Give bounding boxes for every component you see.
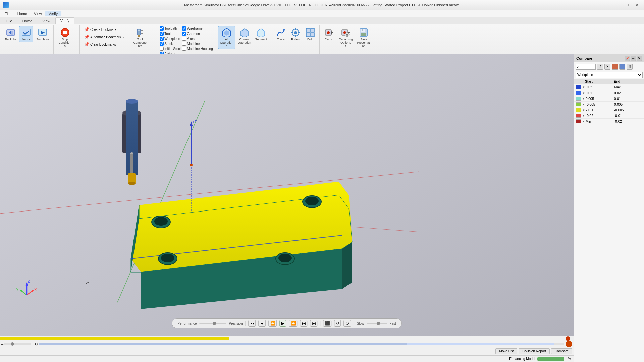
menu-home[interactable]: Home (14, 11, 31, 16)
move-list-button[interactable]: Move List (495, 348, 517, 354)
panel-close-button[interactable]: ✕ (637, 56, 642, 61)
cb-axes[interactable] (182, 37, 186, 41)
cb-machine-housing[interactable] (182, 47, 186, 51)
speed-slider[interactable] (367, 323, 387, 324)
cb-tool[interactable] (160, 32, 164, 36)
row-start-value: 0.02 (586, 85, 614, 89)
compare-color1-button[interactable] (612, 64, 618, 70)
row-chevron[interactable]: ▼ (582, 103, 585, 106)
cb-machine-housing-row[interactable]: Machine Housing (182, 46, 213, 51)
svg-point-33 (327, 31, 330, 34)
svg-point-58 (161, 254, 174, 262)
row-chevron[interactable]: ▼ (582, 120, 585, 123)
row-chevron[interactable]: ▼ (582, 109, 585, 112)
compare-dropdown-select[interactable]: Workpiece Stock Fixtures (576, 72, 643, 78)
follow-button[interactable]: Follow (288, 26, 303, 42)
trace-label: Trace (277, 38, 285, 41)
cb-workpiece-row[interactable]: Workpiece (160, 36, 181, 41)
cb-tool-row[interactable]: Tool (160, 31, 181, 36)
stop-conditions-button[interactable]: StopConditions (56, 26, 74, 49)
skip-end-button[interactable]: ⏭ (300, 320, 308, 327)
reset-button[interactable]: ↺ (334, 320, 341, 327)
tab-file[interactable]: File (1, 18, 17, 24)
cb-machine-row[interactable]: Machine (182, 41, 213, 46)
step-tool-button[interactable]: ⬛ (323, 320, 332, 327)
cb-workpiece-label: Workpiece (164, 37, 180, 41)
cb-machine-label: Machine (187, 42, 200, 46)
clear-bookmarks-button[interactable]: 📌 Clear Bookmarks (83, 41, 126, 48)
skip-start-button[interactable]: ⏮ (249, 320, 256, 327)
cb-gnomon-row[interactable]: Gnomon (182, 31, 213, 36)
viewport[interactable]: +Z X Y Z -Y Performance (0, 54, 574, 362)
cb-stock[interactable] (160, 42, 164, 46)
cb-stock-row[interactable]: Stock (160, 41, 181, 46)
trace-button[interactable]: Trace (274, 26, 288, 42)
tab-view[interactable]: View (37, 18, 55, 24)
cb-initial-stock-row[interactable]: Initial Stock (160, 46, 181, 51)
row-chevron[interactable]: ▼ (582, 86, 585, 89)
menu-view[interactable]: View (31, 11, 45, 16)
neg-y-label: -Y (86, 281, 89, 285)
row-start-value: 0.01 (586, 91, 614, 95)
save-presentation-label: SavePresentation (357, 38, 371, 48)
cb-toolpath-row[interactable]: Toolpath (160, 26, 181, 31)
automatic-bookmark-button[interactable]: 📌 Automatic Bookmark ▼ (83, 34, 126, 40)
segment-button[interactable]: Segment (253, 26, 269, 42)
row-chevron[interactable]: ▼ (582, 92, 585, 95)
blue-progress-bar[interactable]: – + ⚙ (0, 341, 574, 347)
performance-slider[interactable] (199, 323, 226, 324)
tab-verify[interactable]: Verify (55, 17, 75, 24)
minimize-button[interactable]: ─ (614, 2, 623, 8)
cb-gnomon[interactable] (182, 32, 186, 36)
skip-all-button[interactable]: ⏮ (310, 320, 318, 327)
collision-report-button[interactable]: Collision Report (519, 348, 550, 354)
color-swatch (576, 119, 581, 123)
current-operation-button[interactable]: CurrentOperation (236, 26, 253, 46)
compare-options-button[interactable]: ⚙ (627, 64, 633, 70)
both-button[interactable]: Both (303, 26, 317, 42)
cb-initial-stock[interactable] (160, 47, 164, 51)
panel-pin-button[interactable]: 📌 (625, 56, 630, 61)
verify-icon (21, 27, 32, 38)
cb-workpiece[interactable] (160, 37, 164, 41)
tool-components-button[interactable]: ToolComponents (131, 26, 149, 49)
panel-minimize-button[interactable]: ─ (631, 56, 636, 61)
cb-axes-row[interactable]: Axes (182, 36, 213, 41)
blue-bar-container (39, 343, 564, 345)
row-chevron[interactable]: ▼ (582, 97, 585, 100)
verify-button[interactable]: Verify (19, 26, 33, 42)
compare-button[interactable]: Compare (551, 348, 572, 354)
stop-icon (60, 27, 70, 38)
compare-color2-button[interactable] (619, 64, 625, 70)
rewind-button[interactable]: ⏪ (269, 320, 277, 327)
compare-panel-header: Compare 📌 ─ ✕ (574, 54, 644, 62)
cb-wireframe[interactable] (182, 26, 186, 31)
row-end-value: 0.02 (614, 91, 643, 95)
menu-verify[interactable]: Verify (45, 11, 61, 16)
compare-value-input[interactable] (576, 64, 596, 70)
tab-home[interactable]: Home (17, 18, 37, 24)
timer-button[interactable]: ⏱ (344, 320, 351, 327)
fast-forward-button[interactable]: ⏩ (289, 320, 298, 327)
window-controls: ─ □ ✕ (614, 2, 641, 8)
step-back-button[interactable]: ⏭ (259, 320, 266, 327)
save-presentation-button[interactable]: SavePresentation (355, 26, 372, 49)
menu-file[interactable]: File (1, 11, 14, 16)
backplot-button[interactable]: Backplot (3, 26, 18, 42)
yellow-progress-bar[interactable] (0, 336, 574, 341)
cb-wireframe-row[interactable]: Wireframe (182, 26, 213, 31)
compare-clear-button[interactable]: ✕ (604, 64, 610, 70)
row-chevron[interactable]: ▼ (582, 114, 585, 117)
all-operations-button[interactable]: AllOperations (218, 26, 235, 49)
play-button[interactable]: ▶ (280, 320, 286, 327)
cb-machine[interactable] (182, 42, 186, 46)
cb-toolpath[interactable] (160, 26, 164, 31)
create-bookmark-button[interactable]: 📌 Create Bookmark (83, 26, 126, 33)
maximize-button[interactable]: □ (623, 2, 632, 8)
simulation-button[interactable]: Simulation (34, 26, 51, 46)
recording-options-button[interactable]: ⚙ RecordingOptions ▼ (337, 26, 354, 48)
record-button[interactable]: Record (322, 26, 336, 42)
progress-dot (566, 336, 570, 341)
close-button[interactable]: ✕ (633, 2, 641, 8)
compare-refresh-button[interactable]: ↺ (597, 64, 603, 70)
